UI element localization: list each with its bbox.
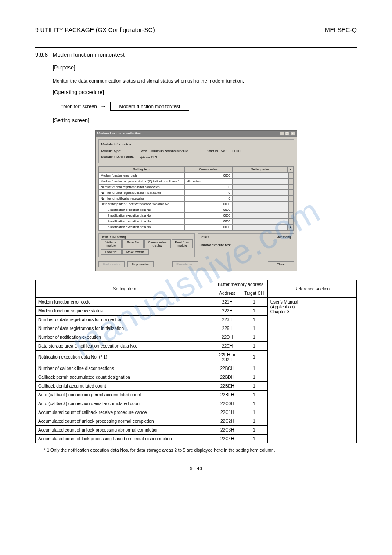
grid-cell-setting [233,178,288,184]
grid-row[interactable]: 4 notification execution data No.0000 [99,218,294,224]
grid-cell-value: 0000 [184,201,233,207]
load-file-button[interactable]: Load file [101,249,122,255]
grid-row[interactable]: Number of data registrations for connect… [99,184,294,190]
grid-scrollbar-track[interactable] [288,213,294,218]
grid-row[interactable]: 5 notification execution data No.0000▾ [99,224,294,230]
table-cell-ch: 1 [241,425,267,434]
grid-row[interactable]: Data storage area 1 notification executi… [99,201,294,207]
grid-scrollbar-track[interactable]: ▾ [288,224,294,230]
module-type-value: Serial Communications Module [140,149,188,153]
execute-test-button[interactable]: Execute test [172,261,198,267]
header-left: 9 UTILITY PACKAGE (GX Configurator-SC) [35,26,155,33]
table-header-buffer: Buffer memory address [214,280,267,289]
table-cell-ch: 1 [241,373,267,381]
current-value-display-button[interactable]: Current value display [144,239,171,248]
dialog-titlebar: Modem function monitor/test _ ▢ × [96,131,297,137]
grid-scrollbar-track[interactable] [288,184,294,190]
grid-row[interactable]: 3 notification execution data No.0000 [99,213,294,218]
operating-procedure-label: [Operating procedure] [53,89,357,95]
table-header-reference: Reference section [267,280,356,297]
table-cell-item: Accumulated count of unlock processing a… [36,425,214,434]
grid-scrollbar-track[interactable] [288,190,294,196]
table-cell-address: 22BEH [214,381,241,390]
page-header: 9 UTILITY PACKAGE (GX Configurator-SC) M… [35,26,357,33]
purpose-label: [Purpose] [53,65,357,71]
table-cell-address: 22BFH [214,390,241,399]
table-cell-ch: 1 [241,381,267,390]
table-cell-ch: 1 [241,297,267,306]
grid-scrollbar-track[interactable] [288,201,294,207]
grid-cell-setting [233,201,288,207]
table-cell-address: 22EH [214,341,241,350]
table-subheader-target-ch: Target CH [241,289,267,297]
grid-cell-label: Number of data registrations for initial… [99,190,184,196]
grid-cell-setting [233,224,288,230]
grid-scrollbar-track[interactable] [288,207,294,213]
window-maximize-button[interactable]: ▢ [285,131,290,136]
table-cell-address: 22DH [214,333,241,341]
table-row: Modem function error code221H1User's Man… [36,297,357,306]
window-close-button[interactable]: × [290,131,295,136]
section-number: 9.6.8 [35,51,48,58]
grid-cell-label: Data storage area 1 notification executi… [99,201,184,207]
table-cell-item: Auto (callback) connection permit accumu… [36,390,214,399]
table-cell-address: 22EH to 232H [214,350,241,364]
table-cell-ch: 1 [241,408,267,417]
grid-cell-setting [233,207,288,213]
start-monitor-button[interactable]: Start monitor [98,261,125,267]
grid-cell-setting [233,190,288,196]
grid-row[interactable]: Modem function sequence status *(C) indi… [99,178,294,184]
grid-row[interactable]: Number of notification execution0 [99,196,294,201]
grid-cell-value: 0000 [184,213,233,218]
save-file-button[interactable]: Save file [122,239,144,248]
grid-scrollbar-track[interactable] [288,218,294,224]
header-right: MELSEC-Q [325,26,357,33]
settings-table: Setting item Buffer memory address Refer… [35,280,357,443]
close-button[interactable]: Close [268,261,294,267]
grid-cell-setting [233,173,288,178]
table-cell-ch: 1 [241,324,267,333]
grid-header-setting: Setting item [99,167,184,173]
make-text-file-button[interactable]: Make text file [122,249,149,255]
grid-row[interactable]: 2 notification execution data No.0000 [99,207,294,213]
grid-cell-label: 4 notification execution data No. [99,218,184,224]
grid-scrollbar-track[interactable] [288,178,294,184]
grid-cell-label: 5 notification execution data No. [99,224,184,230]
grid-scrollbar-track[interactable] [288,173,294,178]
grid-cell-value: 0000 [184,207,233,213]
grid-cell-label: 3 notification execution data No. [99,213,184,218]
grid-scrollbar-track[interactable] [288,196,294,201]
write-to-module-button[interactable]: Write to module [101,239,122,248]
details-group: Details Monitoring Cannot execute test [198,233,294,257]
table-cell-address: 22C3H [214,425,241,434]
grid-scrollbar-up[interactable]: ▴ [288,167,294,173]
grid-cell-setting [233,213,288,218]
table-cell-ch: 1 [241,364,267,373]
table-cell-item: Accumulated count of unlock processing n… [36,417,214,425]
grid-cell-setting [233,196,288,201]
table-cell-item: Number of data registrations for connect… [36,315,214,324]
grid-cell-setting [233,218,288,224]
window-minimize-button[interactable]: _ [280,131,284,136]
stop-monitor-button[interactable]: Stop monitor [127,261,154,267]
section-title-text: Modem function monitor/test [53,51,125,58]
grid-row[interactable]: Modem function error code0000 [99,173,294,178]
section-heading: 9.6.8 Modem function monitor/test [35,51,357,58]
table-cell-item: Callback permit accumulated count design… [36,373,214,381]
page-number: 9 - 40 [35,466,357,471]
grid-cell-value: Idle status [184,178,233,184]
grid-cell-label: 2 notification execution data No. [99,207,184,213]
table-cell-ch: 1 [241,350,267,364]
module-information-group: Module information Module type: Serial C… [98,139,294,163]
table-cell-item: Number of callback line disconnections [36,364,214,373]
details-body: Cannot execute test [200,243,292,247]
dialog-window: Modem function monitor/test _ ▢ × Module… [95,130,297,271]
read-from-module-button[interactable]: Read from module [172,239,193,248]
grid-cell-label: Number of notification execution [99,196,184,201]
grid-row[interactable]: Number of data registrations for initial… [99,190,294,196]
table-cell-item: Number of notification execution [36,333,214,341]
table-subheader-address: Address [214,289,241,297]
table-cell-address: 22C0H [214,399,241,408]
table-cell-ch: 1 [241,333,267,341]
monitoring-status: Monitoring [277,236,291,239]
